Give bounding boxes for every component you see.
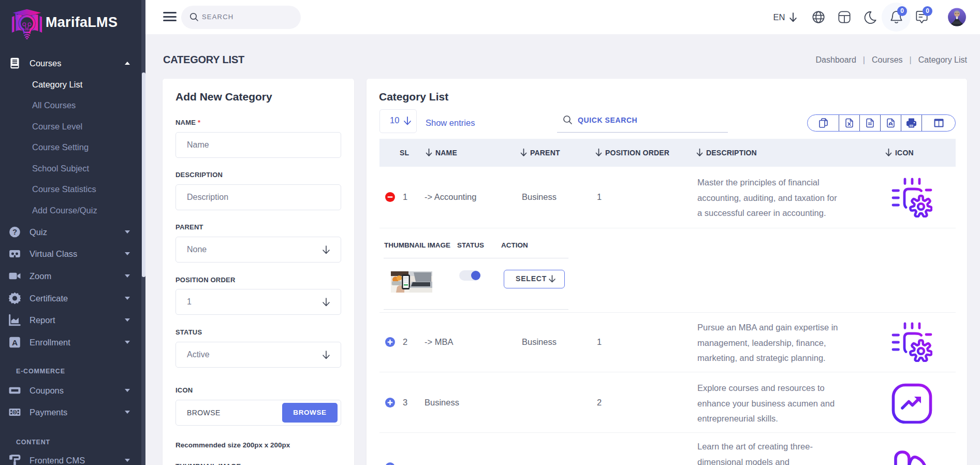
svg-text:A: A bbox=[12, 338, 18, 347]
svg-text:?: ? bbox=[12, 227, 17, 236]
svg-text:0: 0 bbox=[13, 410, 16, 415]
